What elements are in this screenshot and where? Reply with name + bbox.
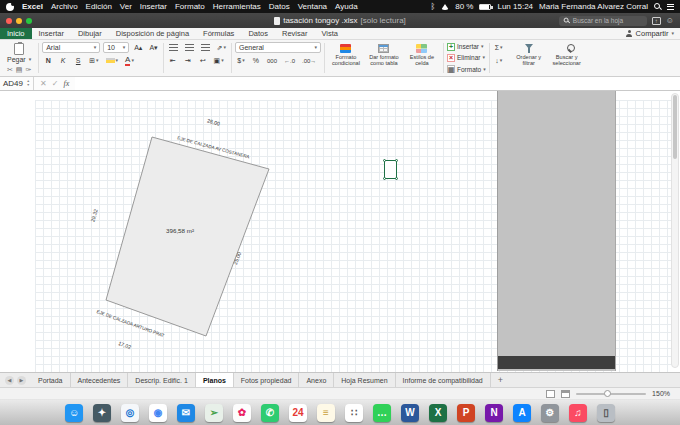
dock-maps-icon[interactable]: ➢ [205,404,223,422]
merge-center-button[interactable]: ▣▾ [212,55,226,66]
wifi-icon[interactable] [441,4,449,10]
sheet-tab-planos[interactable]: Planos [196,373,234,387]
zoom-slider-thumb[interactable] [604,390,611,397]
dock-excel-icon[interactable]: X [429,404,447,422]
borders-button[interactable]: ⊞▾ [87,55,100,66]
sheet-tab-portada[interactable]: Portada [31,373,71,387]
format-cells-button[interactable]: ▦ Formato▾ [447,65,486,74]
tab-dibujar[interactable]: Dibujar [71,28,109,39]
sheet-tab-descrip-edific[interactable]: Descrip. Edific. 1 [128,373,196,387]
name-box[interactable]: AD49 ▲▼ [0,77,34,90]
menu-herramientas[interactable]: Herramientas [213,2,261,11]
tab-datos[interactable]: Datos [241,28,275,39]
sheet-tab-informe[interactable]: Informe de compatibilidad [396,373,491,387]
menubar-clock[interactable]: Lun 15:24 [497,2,533,11]
selection-handle[interactable] [395,159,398,162]
dock-chrome-icon[interactable]: ◉ [149,404,167,422]
sort-filter-button[interactable]: Ordenar y filtrar [511,42,547,74]
sheet-tab-anexo[interactable]: Anexo [299,373,334,387]
tab-formulas[interactable]: Fórmulas [196,28,241,39]
dock-powerpoint-icon[interactable]: P [457,404,475,422]
dock-appstore-icon[interactable]: A [513,404,531,422]
formula-input[interactable] [75,77,680,90]
normal-view-icon[interactable] [546,390,555,398]
cancel-icon[interactable]: ✕ [40,79,47,88]
menu-edicion[interactable]: Edición [86,2,112,11]
dock-notes-icon[interactable]: ≡ [317,404,335,422]
bold-button[interactable]: N [42,55,54,66]
thousands-button[interactable]: 000 [265,55,279,66]
tab-revisar[interactable]: Revisar [275,28,314,39]
page-layout-view-icon[interactable] [561,390,570,398]
share-icon[interactable]: ↑ [652,17,661,25]
dock-safari-icon[interactable]: ◎ [121,404,139,422]
increase-indent-button[interactable]: ⇥ [182,55,194,66]
conditional-format-button[interactable]: Formato condicional [328,42,364,74]
battery-icon[interactable] [479,4,491,10]
tab-scroll-right-button[interactable]: ▶ [17,376,26,385]
tab-vista[interactable]: Vista [314,28,345,39]
sheet-tab-fotos[interactable]: Fotos propiedad [234,373,300,387]
feedback-smiley-icon[interactable]: ☺ [666,17,674,25]
dock-onenote-icon[interactable]: N [485,404,503,422]
menu-ver[interactable]: Ver [120,2,132,11]
italic-button[interactable]: K [57,55,69,66]
vertical-scroll-thumb[interactable] [673,95,677,159]
dock-music-icon[interactable]: ♫ [569,404,587,422]
menu-archivo[interactable]: Archivo [51,2,78,11]
selected-object[interactable] [384,160,397,179]
font-size-select[interactable]: 10▾ [103,42,129,53]
menu-insertar[interactable]: Insertar [140,2,167,11]
autosum-button[interactable]: Σ▾ [493,42,505,53]
fill-color-button[interactable]: ▾ [104,55,121,66]
font-name-select[interactable]: Arial▾ [42,42,100,53]
dock-mail-icon[interactable]: ✉ [177,404,195,422]
dock-messages-icon[interactable]: … [373,404,391,422]
format-painter-icon[interactable]: ✑ [25,66,31,74]
decrease-font-button[interactable]: A▾ [147,42,159,53]
fill-down-button[interactable]: ↓▾ [493,55,505,66]
decrease-decimal-button[interactable]: .00→ [300,55,318,66]
dock-trash-icon[interactable]: ▯ [597,404,615,422]
menu-formato[interactable]: Formato [175,2,205,11]
accept-icon[interactable]: ✓ [52,79,59,88]
dock-photos-icon[interactable]: ✿ [233,404,251,422]
increase-font-button[interactable]: A▴ [132,42,144,53]
delete-cells-button[interactable]: × Eliminar▾ [447,53,486,62]
cell-styles-button[interactable]: Estilos de celda [404,42,440,74]
selection-handle[interactable] [395,177,398,180]
land-plot-shape[interactable] [106,137,269,336]
menubar-user[interactable]: Maria Fernanda Alvarez Corral [539,2,648,11]
notification-center-icon[interactable] [667,4,674,10]
share-button[interactable]: Compartir ▾ [626,28,680,39]
tab-scroll-left-button[interactable]: ◀ [5,376,14,385]
decrease-indent-button[interactable]: ⇤ [167,55,179,66]
vertical-scrollbar[interactable] [671,93,679,368]
align-center-button[interactable] [183,42,196,53]
zoom-slider[interactable] [576,393,646,395]
percent-button[interactable]: % [250,55,262,66]
align-left-button[interactable] [167,42,180,53]
font-color-button[interactable]: A▾ [123,55,136,66]
underline-button[interactable]: S [72,55,84,66]
menu-ayuda[interactable]: Ayuda [335,2,358,11]
menu-ventana[interactable]: Ventana [298,2,327,11]
spotlight-icon[interactable] [654,3,661,10]
selection-handle[interactable] [383,159,386,162]
orientation-button[interactable]: ⇗▾ [215,42,228,53]
bluetooth-icon[interactable]: ᛒ [430,3,435,11]
format-as-table-button[interactable]: Dar formato como tabla [366,42,402,74]
tab-disposicion[interactable]: Disposición de página [109,28,196,39]
align-right-button[interactable] [199,42,212,53]
selection-handle[interactable] [383,177,386,180]
dock-settings-icon[interactable]: ⚙ [541,404,559,422]
dock-calendar-icon[interactable]: 24 [289,404,307,422]
cut-icon[interactable]: ✂ [7,66,13,74]
name-box-stepper[interactable]: ▲▼ [27,80,30,88]
sheet-tab-antecedentes[interactable]: Antecedentes [71,373,129,387]
sheet-tab-hoja-resumen[interactable]: Hoja Resumen [334,373,395,387]
dock-finder-icon[interactable]: ☺ [65,404,83,422]
sheet-canvas[interactable]: 28,00 EJE DE CALZADA AV COSTANERA 29,32 … [0,91,680,372]
dock-word-icon[interactable]: W [401,404,419,422]
dock-facetime-icon[interactable]: ✆ [261,404,279,422]
